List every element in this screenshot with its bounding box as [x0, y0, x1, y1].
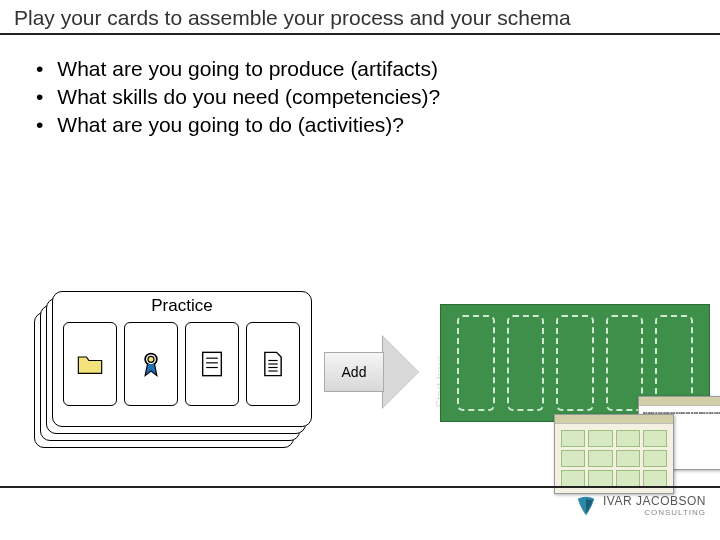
- competency-card: [124, 322, 178, 406]
- slide-title: Play your cards to assemble your process…: [14, 6, 706, 30]
- footer-logo: IVAR JACOBSON CONSULTING: [575, 494, 706, 517]
- diagram: Practice Ad: [34, 284, 694, 464]
- document-icon: [198, 350, 226, 378]
- add-arrow: Add: [324, 326, 424, 416]
- board-slot: [556, 315, 594, 411]
- mini-card-row: [53, 322, 311, 406]
- ribbon-icon: [137, 350, 165, 378]
- bullet-item: What are you going to do (activities)?: [36, 113, 684, 137]
- artifact-card: [63, 322, 117, 406]
- folder-icon: [76, 350, 104, 378]
- page-card: [246, 322, 300, 406]
- brand-sub: CONSULTING: [603, 508, 706, 517]
- svg-point-1: [148, 356, 154, 362]
- board-slot: [507, 315, 545, 411]
- arrow-head-icon: [383, 336, 419, 408]
- svg-rect-2: [203, 352, 222, 375]
- practice-card: Practice: [52, 291, 312, 427]
- practice-label: Practice: [53, 292, 311, 322]
- logo-text: IVAR JACOBSON CONSULTING: [603, 494, 706, 517]
- screenshot-thumbnail: [554, 414, 674, 494]
- arrow-label: Add: [324, 352, 384, 392]
- thumb-grid: [555, 424, 673, 493]
- title-bar: Play your cards to assemble your process…: [0, 0, 720, 33]
- page-icon: [259, 350, 287, 378]
- brand-name: IVAR JACOBSON: [603, 494, 706, 508]
- practice-card-stack: Practice: [34, 284, 294, 448]
- board-slot: [457, 315, 495, 411]
- bullet-list: What are you going to produce (artifacts…: [0, 35, 720, 163]
- thumb-titlebar: [555, 415, 673, 424]
- divider-bottom: [0, 486, 720, 488]
- slide: Play your cards to assemble your process…: [0, 0, 720, 540]
- thumb-titlebar: [639, 397, 720, 406]
- document-card: [185, 322, 239, 406]
- bullet-item: What are you going to produce (artifacts…: [36, 57, 684, 81]
- bullet-item: What skills do you need (competencies)?: [36, 85, 684, 109]
- logo-icon: [575, 495, 597, 517]
